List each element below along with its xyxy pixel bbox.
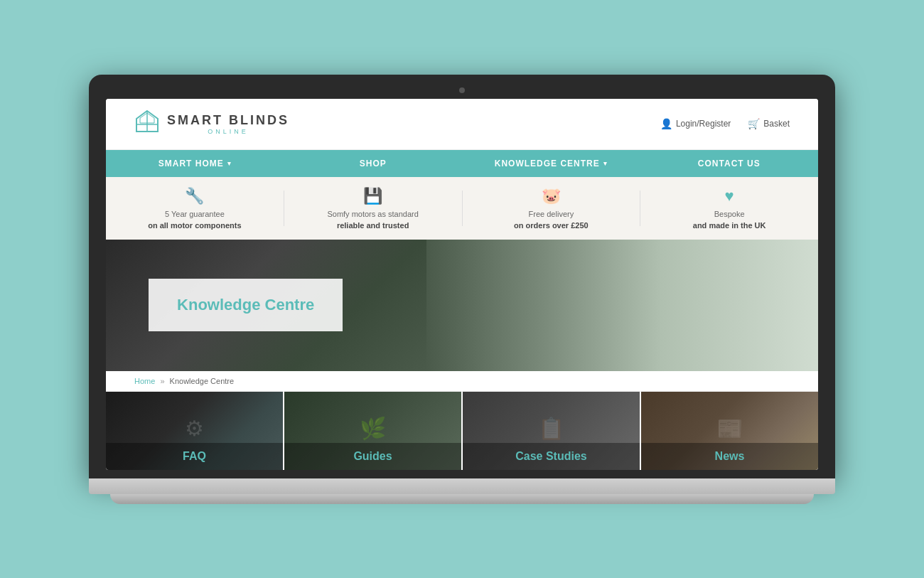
laptop-foot (110, 494, 814, 504)
categories-section: ⚙ FAQ 🌿 Guides 📋 Case Studies (106, 392, 818, 470)
feature-text-guarantee-top: 5 Year guarantee (165, 210, 225, 218)
laptop-bezel: SMART BLINDS ONLINE 👤 Login/Register 🛒 B… (89, 75, 835, 478)
breadcrumb-separator: » (160, 377, 164, 385)
logo-area: SMART BLINDS ONLINE (134, 109, 289, 139)
category-deco-faq: ⚙ (185, 416, 204, 441)
nav-label-smart-home: SMART HOME (159, 159, 224, 168)
nav-label-shop: SHOP (360, 159, 387, 168)
laptop-base (89, 478, 835, 494)
feature-text-somfy-top: Somfy motors as standard (327, 210, 418, 218)
basket-label[interactable]: Basket (763, 119, 790, 129)
laptop-camera (459, 87, 465, 93)
category-deco-news: 📰 (716, 416, 743, 441)
category-card-guides[interactable]: 🌿 Guides (284, 392, 463, 470)
feature-item-guarantee: 🔧 5 Year guarantee on all motor componen… (106, 187, 284, 230)
category-label-faq: FAQ (183, 450, 206, 462)
nav-label-knowledge-centre: KNOWLEDGE CENTRE (495, 159, 600, 168)
category-overlay-guides: Guides (284, 443, 461, 470)
nav-item-contact-us[interactable]: CONTACT US (640, 150, 819, 177)
header-actions: 👤 Login/Register 🛒 Basket (660, 118, 790, 129)
logo-sub: ONLINE (167, 128, 289, 135)
nav-item-knowledge-centre[interactable]: KNOWLEDGE CENTRE ▾ (462, 150, 640, 177)
piggy-icon: 🐷 (542, 187, 561, 205)
hero-light (426, 240, 818, 371)
user-icon: 👤 (660, 118, 672, 129)
category-label-guides: Guides (353, 450, 392, 462)
login-label[interactable]: Login/Register (676, 119, 731, 129)
category-card-case-studies[interactable]: 📋 Case Studies (463, 392, 641, 470)
basket-icon: 🛒 (748, 118, 760, 129)
category-label-news: News (715, 450, 745, 462)
laptop-screen: SMART BLINDS ONLINE 👤 Login/Register 🛒 B… (106, 99, 818, 470)
laptop-wrapper: SMART BLINDS ONLINE 👤 Login/Register 🛒 B… (89, 75, 835, 504)
motor-icon: 💾 (363, 187, 382, 205)
category-overlay-news: News (641, 443, 818, 470)
feature-text-bespoke-top: Bespoke (714, 210, 745, 218)
chevron-down-icon: ▾ (227, 160, 232, 167)
main-nav: SMART HOME ▾ SHOP KNOWLEDGE CENTRE ▾ CON… (106, 150, 818, 177)
category-card-news[interactable]: 📰 News (641, 392, 818, 470)
basket-button[interactable]: 🛒 Basket (748, 118, 790, 129)
features-bar: 🔧 5 Year guarantee on all motor componen… (106, 177, 818, 240)
breadcrumb-current: Knowledge Centre (170, 377, 235, 385)
chevron-down-icon-2: ▾ (603, 160, 608, 167)
category-overlay-case-studies: Case Studies (463, 443, 640, 470)
nav-item-shop[interactable]: SHOP (284, 150, 463, 177)
category-deco-guides: 🌿 (360, 416, 386, 441)
hero-overlay-box: Knowledge Centre (149, 279, 343, 331)
nav-item-smart-home[interactable]: SMART HOME ▾ (106, 150, 284, 177)
feature-text-bespoke-bold: and made in the UK (693, 221, 766, 230)
feature-item-delivery: 🐷 Free delivery on orders over £250 (463, 187, 640, 230)
feature-item-bespoke: ♥ Bespoke and made in the UK (640, 187, 818, 230)
feature-item-somfy: 💾 Somfy motors as standard reliable and … (284, 187, 462, 230)
hero-title: Knowledge Centre (177, 296, 314, 314)
category-label-case-studies: Case Studies (515, 450, 586, 462)
logo-title[interactable]: SMART BLINDS (167, 113, 289, 128)
hero-section: Knowledge Centre (106, 240, 818, 371)
wrench-icon: 🔧 (185, 187, 204, 205)
logo-text: SMART BLINDS ONLINE (167, 113, 289, 135)
category-overlay-faq: FAQ (106, 443, 283, 470)
category-card-faq[interactable]: ⚙ FAQ (106, 392, 284, 470)
breadcrumb-bar: Home » Knowledge Centre (106, 371, 818, 392)
nav-label-contact-us: CONTACT US (698, 159, 761, 168)
login-button[interactable]: 👤 Login/Register (660, 118, 731, 129)
feature-text-delivery-top: Free delivery (529, 210, 574, 218)
heart-icon: ♥ (725, 187, 734, 205)
feature-text-delivery-bold: on orders over £250 (514, 221, 589, 230)
category-deco-case-studies: 📋 (538, 416, 564, 441)
breadcrumb-home-link[interactable]: Home (134, 377, 155, 385)
site-header: SMART BLINDS ONLINE 👤 Login/Register 🛒 B… (106, 99, 818, 150)
feature-text-somfy-bold: reliable and trusted (337, 221, 409, 230)
feature-text-guarantee-bold: on all motor components (148, 221, 241, 230)
logo-icon (134, 109, 160, 139)
